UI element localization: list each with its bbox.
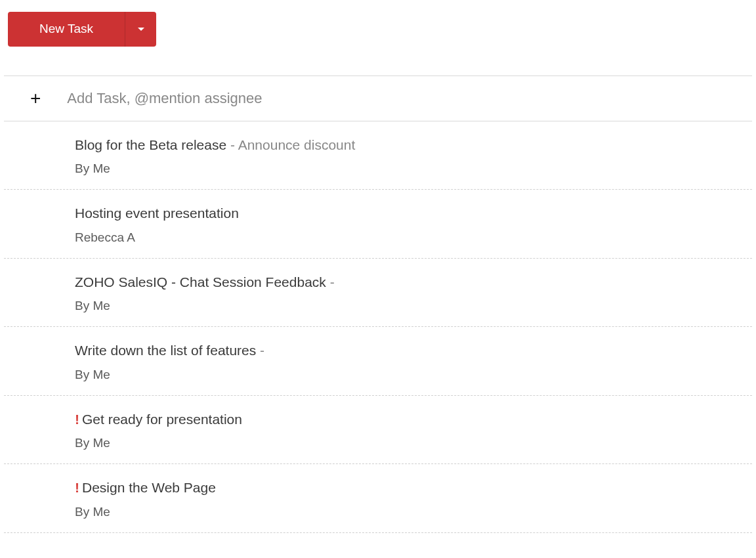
priority-icon: ! (75, 412, 79, 427)
task-assignee: By Me (75, 368, 752, 382)
task-item[interactable]: Hosting event presentationRebecca A (4, 190, 752, 259)
task-title-row: ZOHO SalesIQ - Chat Session Feedback - (75, 272, 752, 293)
task-title-row: !Get ready for presentation (75, 409, 752, 430)
task-title: Blog for the Beta release (75, 137, 226, 152)
task-title: Design the Web Page (82, 480, 216, 495)
new-task-button[interactable]: New Task (8, 12, 125, 47)
caret-down-icon (138, 28, 144, 31)
priority-icon: ! (75, 480, 79, 495)
task-title: Write down the list of features (75, 343, 256, 358)
task-item[interactable]: Write down the list of features -By Me (4, 327, 752, 396)
task-assignee: By Me (75, 299, 752, 313)
task-title-row: !Design the Web Page (75, 477, 752, 498)
task-title: Get ready for presentation (82, 412, 242, 427)
new-task-dropdown[interactable] (125, 12, 156, 47)
task-subtitle: Announce discount (238, 137, 356, 152)
task-item[interactable]: !Design the Web PageBy Me (4, 464, 752, 533)
task-assignee: Rebecca A (75, 230, 752, 245)
task-assignee: By Me (75, 436, 752, 450)
task-item[interactable]: ZOHO SalesIQ - Chat Session Feedback -By… (4, 259, 752, 328)
add-task-row[interactable]: + (4, 75, 752, 121)
task-separator: - (326, 274, 335, 290)
task-title: ZOHO SalesIQ - Chat Session Feedback (75, 274, 326, 290)
task-title-row: Hosting event presentation (75, 203, 752, 224)
task-item[interactable]: !Get ready for presentationBy Me (4, 396, 752, 465)
task-title-row: Blog for the Beta release - Announce dis… (75, 135, 752, 156)
task-separator: - (256, 343, 264, 358)
plus-icon: + (30, 89, 41, 108)
task-item[interactable]: Blog for the Beta release - Announce dis… (4, 121, 752, 190)
task-separator: - (226, 137, 238, 152)
task-title: Hosting event presentation (75, 205, 239, 221)
task-title-row: Write down the list of features - (75, 340, 752, 361)
add-task-input[interactable] (67, 90, 752, 107)
task-assignee: By Me (75, 505, 752, 519)
task-assignee: By Me (75, 161, 752, 176)
task-list: Blog for the Beta release - Announce dis… (4, 121, 752, 533)
